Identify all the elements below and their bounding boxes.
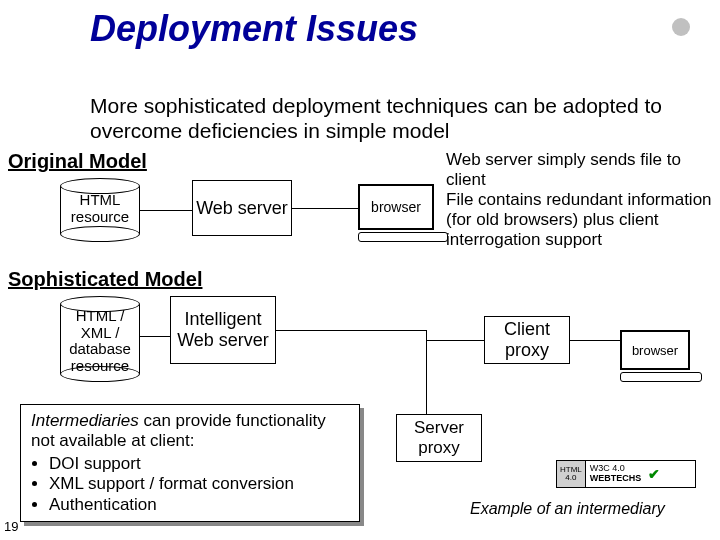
original-browser-label: browser <box>358 184 434 230</box>
soph-resource-cylinder: HTML / XML / database resource <box>60 296 140 382</box>
connector-line <box>140 210 192 211</box>
connector-line <box>570 340 620 341</box>
original-server-box: Web server <box>192 180 292 236</box>
page-number: 19 <box>4 519 18 534</box>
badge-html: HTML 4.0 <box>557 461 586 487</box>
soph-browser-label: browser <box>620 330 690 370</box>
connector-line <box>426 340 484 341</box>
original-note: Web server simply sends file to clientFi… <box>446 150 714 250</box>
list-item: Authentication <box>49 495 349 515</box>
validator-badge: HTML 4.0 W3C 4.0 WEBTECHS ✔ <box>556 460 696 488</box>
connector-line <box>292 208 358 209</box>
slide-title: Deployment Issues <box>90 8 418 50</box>
intermediaries-lead: Intermediaries <box>31 411 139 430</box>
intro-text: More sophisticated deployment techniques… <box>90 93 680 143</box>
soph-resource-label: HTML / XML / database resource <box>60 308 140 374</box>
server-proxy-box: Server proxy <box>396 414 482 462</box>
intermediaries-box: Intermediaries can provide functionality… <box>20 404 360 522</box>
client-proxy-box: Client proxy <box>484 316 570 364</box>
connector-line <box>140 336 170 337</box>
section-sophisticated: Sophisticated Model <box>8 268 202 291</box>
intermediaries-list: DOI support XML support / format convers… <box>49 454 349 515</box>
badge-text: W3C 4.0 WEBTECHS <box>586 461 646 487</box>
list-item: DOI support <box>49 454 349 474</box>
original-resource-cylinder: HTML resource <box>60 178 140 242</box>
corner-dot-icon <box>672 18 690 36</box>
soph-browser-monitor: browser <box>620 330 702 382</box>
soph-server-box: Intelligent Web server <box>170 296 276 364</box>
original-resource-label: HTML resource <box>60 192 140 225</box>
original-browser-monitor: browser <box>358 184 448 242</box>
connector-line <box>276 330 426 331</box>
list-item: XML support / format conversion <box>49 474 349 494</box>
section-original: Original Model <box>8 150 147 173</box>
check-icon: ✔ <box>645 461 663 487</box>
example-caption: Example of an intermediary <box>470 500 665 518</box>
